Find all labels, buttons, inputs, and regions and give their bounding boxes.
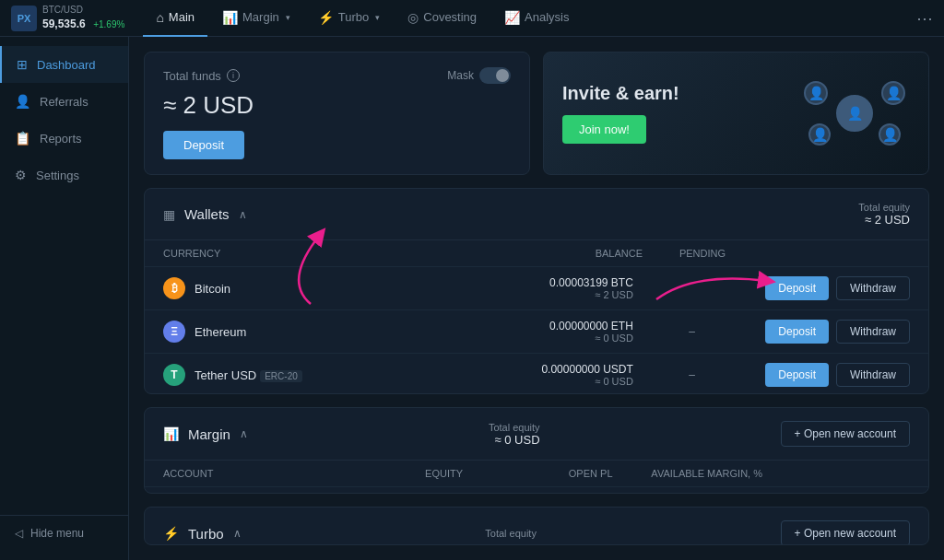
col-pending-header: Pending bbox=[643, 248, 762, 259]
margin-title-group: 📊 Margin ∧ bbox=[163, 426, 248, 442]
sidebar-item-referrals[interactable]: 👤 Referrals bbox=[0, 83, 128, 120]
wallet-row-eth: Ξ Ethereum 0.00000000 ETH ≈ 0 USD – Depo… bbox=[145, 310, 928, 354]
tab-margin-label: Margin bbox=[242, 10, 279, 24]
sidebar-label-dashboard: Dashboard bbox=[37, 58, 96, 72]
chevron-down-icon: ▾ bbox=[286, 13, 290, 22]
open-new-account-button[interactable]: + Open new account bbox=[781, 421, 910, 447]
person-icon-2: 👤 bbox=[886, 86, 902, 100]
wallets-collapse-icon[interactable]: ∧ bbox=[239, 208, 247, 221]
person-icon-4: 👤 bbox=[882, 127, 898, 142]
nav-tabs: ⌂ Main 📊 Margin ▾ ⚡ Turbo ▾ ◎ Covesting … bbox=[143, 0, 916, 37]
tab-turbo-label: Turbo bbox=[338, 10, 369, 24]
actions-cell-usdt: Deposit Withdraw bbox=[765, 363, 910, 387]
menu-icon[interactable]: ⋯ bbox=[916, 9, 933, 28]
person-icon-main: 👤 bbox=[847, 106, 863, 121]
withdraw-btn-usdt[interactable]: Withdraw bbox=[836, 363, 910, 387]
currency-badge-usdt: ERC-20 bbox=[260, 370, 302, 382]
funds-title: Total funds i bbox=[163, 69, 240, 83]
wallet-row-usdt: T Tether USDERC-20 0.00000000 USDT ≈ 0 U… bbox=[145, 354, 928, 394]
funds-header: Total funds i Mask bbox=[163, 67, 511, 84]
funds-title-text: Total funds bbox=[163, 69, 221, 83]
margin-header: 📊 Margin ∧ Total equity ≈ 0 USD + Open n… bbox=[145, 408, 928, 461]
turbo-title-group: ⚡ Turbo ∧ bbox=[163, 526, 242, 542]
actions-cell-btc: Deposit Withdraw bbox=[765, 276, 910, 300]
mask-label: Mask bbox=[447, 69, 474, 82]
analysis-icon: 📈 bbox=[504, 10, 520, 25]
main-content: Total funds i Mask ≈ 2 USD Deposit I bbox=[129, 37, 944, 560]
balance-sub-btc: ≈ 2 USD bbox=[398, 289, 633, 300]
col-available-header: Available margin, % bbox=[613, 468, 763, 479]
invite-content: Invite & earn! Join now! bbox=[562, 83, 785, 144]
turbo-title: Turbo bbox=[188, 526, 224, 542]
sidebar-item-reports[interactable]: 📋 Reports bbox=[0, 120, 128, 157]
turbo-header: ⚡ Turbo ∧ Total equity + Open new accoun… bbox=[145, 508, 928, 545]
turbo-equity-label: Total equity bbox=[485, 528, 537, 539]
layout: ⊞ Dashboard 👤 Referrals 📋 Reports ⚙ Sett… bbox=[0, 37, 944, 560]
wallets-icon: ▦ bbox=[163, 207, 175, 222]
avatar-main: 👤 bbox=[836, 95, 873, 132]
tab-main[interactable]: ⌂ Main bbox=[143, 0, 207, 37]
margin-equity: Total equity ≈ 0 USD bbox=[489, 422, 540, 447]
top-row: Total funds i Mask ≈ 2 USD Deposit I bbox=[144, 52, 929, 175]
avatar-bl: 👤 bbox=[808, 123, 831, 146]
turbo-icon: ⚡ bbox=[318, 10, 334, 25]
col-equity-header: Equity bbox=[313, 468, 464, 479]
sidebar-item-settings[interactable]: ⚙ Settings bbox=[0, 157, 128, 193]
withdraw-btn-eth[interactable]: Withdraw bbox=[836, 320, 910, 344]
pair-label: BTC/USD bbox=[42, 5, 124, 15]
deposit-btn-btc[interactable]: Deposit bbox=[765, 276, 829, 300]
margin-section: 📊 Margin ∧ Total equity ≈ 0 USD + Open n… bbox=[144, 407, 929, 494]
turbo-open-account-button[interactable]: + Open new account bbox=[781, 520, 910, 545]
join-button[interactable]: Join now! bbox=[562, 115, 646, 144]
withdraw-btn-btc[interactable]: Withdraw bbox=[836, 276, 910, 300]
tab-margin[interactable]: 📊 Margin ▾ bbox=[209, 0, 303, 37]
sidebar-item-dashboard[interactable]: ⊞ Dashboard bbox=[0, 46, 128, 83]
deposit-btn-eth[interactable]: Deposit bbox=[765, 320, 829, 344]
toggle-knob bbox=[496, 69, 509, 82]
wallets-section: ▦ Wallets ∧ Total equity ≈ 2 USD Currenc… bbox=[144, 188, 929, 394]
margin-title: Margin bbox=[188, 426, 230, 442]
turbo-collapse-icon[interactable]: ∧ bbox=[233, 527, 242, 540]
turbo-actions: + Open new account bbox=[781, 520, 910, 545]
sidebar-label-referrals: Referrals bbox=[40, 95, 88, 109]
col-currency-header: Currency bbox=[163, 248, 403, 259]
currency-cell-btc: ₿ Bitcoin bbox=[163, 277, 398, 299]
deposit-btn-usdt[interactable]: Deposit bbox=[765, 363, 829, 387]
col-actions-header bbox=[762, 248, 910, 259]
price-value: 59,535.6 bbox=[42, 18, 86, 30]
turbo-equity: Total equity bbox=[485, 528, 537, 539]
sidebar-label-reports: Reports bbox=[40, 132, 82, 146]
tab-analysis[interactable]: 📈 Analysis bbox=[491, 0, 582, 37]
margin-equity-val: ≈ 0 USD bbox=[489, 433, 540, 447]
margin-equity-label: Total equity bbox=[489, 422, 540, 433]
covesting-icon: ◎ bbox=[407, 10, 419, 25]
funds-amount: ≈ 2 USD bbox=[163, 91, 511, 120]
logo-group: PX BTC/USD 59,535.6 +1.69% bbox=[11, 5, 124, 31]
dashboard-icon: ⊞ bbox=[17, 57, 28, 72]
coin-icon-eth: Ξ bbox=[163, 321, 185, 343]
person-icon: 👤 bbox=[808, 86, 824, 100]
actions-cell-eth: Deposit Withdraw bbox=[765, 320, 910, 344]
hide-menu-icon: ◁ bbox=[15, 527, 23, 540]
info-icon[interactable]: i bbox=[227, 69, 240, 82]
mask-switch[interactable] bbox=[479, 67, 511, 84]
logo-icon: PX bbox=[11, 6, 37, 31]
hide-menu-button[interactable]: ◁ Hide menu bbox=[0, 515, 128, 551]
tab-covesting[interactable]: ◎ Covesting bbox=[395, 0, 490, 37]
person-icon-3: 👤 bbox=[812, 127, 828, 142]
chart-icon: 📊 bbox=[222, 10, 238, 25]
margin-collapse-icon[interactable]: ∧ bbox=[240, 427, 248, 440]
tab-turbo[interactable]: ⚡ Turbo ▾ bbox=[305, 0, 393, 37]
sidebar-label-settings: Settings bbox=[36, 169, 79, 182]
invite-graphic: 👤 👤 👤 👤 👤 bbox=[799, 76, 910, 150]
currency-cell-eth: Ξ Ethereum bbox=[163, 321, 398, 343]
hide-menu-label: Hide menu bbox=[30, 527, 84, 540]
coin-icon-btc: ₿ bbox=[163, 277, 185, 299]
wallet-rows: ₿ Bitcoin 0.00003199 BTC ≈ 2 USD Deposit… bbox=[145, 267, 928, 394]
avatar-tr: 👤 bbox=[881, 81, 905, 105]
margin-icon: 📊 bbox=[163, 426, 179, 441]
deposit-button[interactable]: Deposit bbox=[163, 131, 244, 159]
price-change: +1.69% bbox=[93, 19, 124, 29]
wallets-equity: Total equity ≈ 2 USD bbox=[858, 202, 910, 227]
balance-sub-usdt: ≈ 0 USD bbox=[398, 376, 633, 387]
